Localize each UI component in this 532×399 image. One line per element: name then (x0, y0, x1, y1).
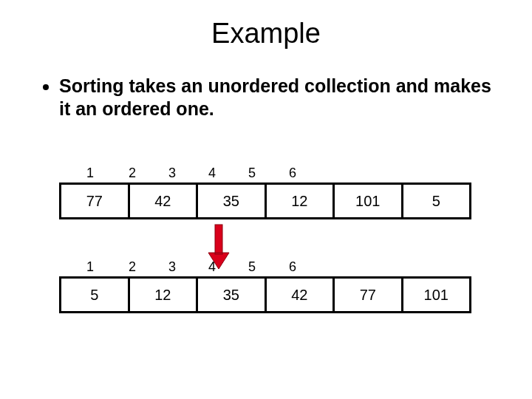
index-row-top: 1 2 3 4 5 6 (69, 166, 473, 181)
array-cell: 101 (335, 185, 403, 217)
index-label: 4 (191, 166, 233, 181)
index-label: 1 (69, 166, 111, 181)
unsorted-array: 77 42 35 12 101 5 (59, 183, 471, 219)
array-cell: 5 (61, 279, 130, 311)
index-label: 5 (233, 166, 270, 181)
index-label: 6 (270, 259, 315, 275)
bullet-text: Sorting takes an unordered collection an… (59, 75, 499, 121)
index-row-bottom: 1 2 3 4 5 6 (69, 259, 473, 275)
index-label: 3 (154, 259, 191, 275)
array-cell: 42 (267, 279, 335, 311)
array-cell: 101 (403, 279, 470, 311)
array-cell: 42 (130, 185, 199, 217)
sorted-array: 5 12 35 42 77 101 (59, 276, 471, 313)
arrays-area: 1 2 3 4 5 6 77 42 35 12 101 5 1 2 3 4 5 … (59, 166, 473, 313)
index-label: 2 (111, 166, 154, 181)
index-label: 4 (191, 259, 233, 275)
index-label: 6 (270, 166, 315, 181)
array-cell: 77 (61, 185, 130, 217)
index-label: 5 (233, 259, 270, 275)
index-label: 2 (111, 259, 154, 275)
bullet-block: Sorting takes an unordered collection an… (41, 75, 499, 121)
index-label: 1 (69, 259, 111, 275)
slide: Example Sorting takes an unordered colle… (0, 18, 532, 399)
array-cell: 5 (403, 185, 470, 217)
array-cell: 12 (267, 185, 335, 217)
array-cell: 35 (198, 279, 267, 311)
slide-title: Example (0, 18, 532, 50)
array-cell: 35 (198, 185, 267, 217)
index-label: 3 (154, 166, 191, 181)
array-cell: 12 (130, 279, 199, 311)
array-cell: 77 (335, 279, 403, 311)
